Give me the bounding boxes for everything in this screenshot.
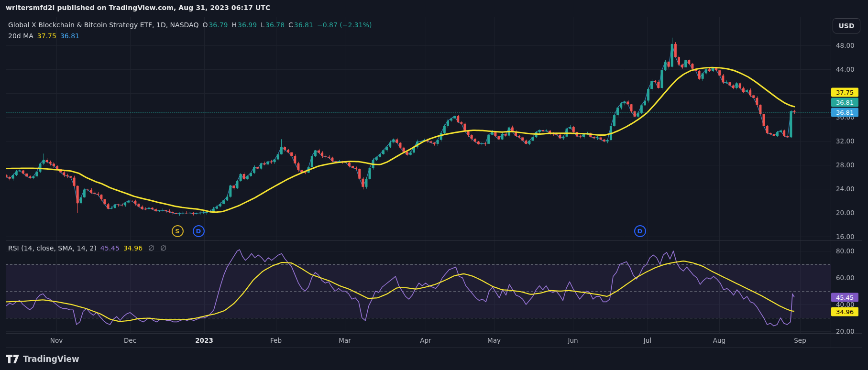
ma-value-yellow: 37.75 bbox=[37, 32, 56, 40]
currency-button[interactable]: USD bbox=[833, 18, 860, 33]
symbol-legend: Global X Blockchain & Bitcoin Strategy E… bbox=[8, 21, 372, 29]
empty-set-icon: ∅ bbox=[148, 244, 154, 252]
ohlc-close: C 36.81 bbox=[288, 21, 313, 29]
signal-marker-s[interactable]: S bbox=[172, 225, 184, 237]
published-header: writersmfd2i published on TradingView.co… bbox=[6, 4, 270, 11]
signal-marker-d[interactable]: D bbox=[634, 225, 646, 237]
symbol-title: Global X Blockchain & Bitcoin Strategy E… bbox=[8, 21, 198, 29]
tradingview-logo-icon bbox=[6, 355, 19, 363]
rsi-value: 45.45 bbox=[100, 244, 120, 252]
rsi-legend: RSI (14, close, SMA, 14, 2) 45.45 34.96 … bbox=[8, 244, 166, 252]
ohlc-high: H 36.99 bbox=[232, 21, 257, 29]
empty-set-icon: ∅ bbox=[160, 244, 166, 252]
rsi-ma-value: 34.96 bbox=[123, 244, 143, 252]
signal-marker-d[interactable]: D bbox=[193, 225, 205, 237]
rsi-title: RSI (14, close, SMA, 14, 2) bbox=[8, 244, 97, 252]
ma-legend: 20d MA 37.75 36.81 bbox=[8, 32, 79, 40]
ma-label: 20d MA bbox=[8, 32, 33, 40]
footer-brand-text: TradingView bbox=[23, 354, 79, 364]
chart-canvas[interactable] bbox=[0, 0, 868, 370]
ohlc-open: O 36.79 bbox=[202, 21, 228, 29]
footer-brand[interactable]: TradingView bbox=[6, 354, 79, 364]
change-value: −0.87 (−2.31%) bbox=[317, 21, 372, 29]
ma-value-blue: 36.81 bbox=[60, 32, 79, 40]
ohlc-low: L 36.78 bbox=[261, 21, 285, 29]
